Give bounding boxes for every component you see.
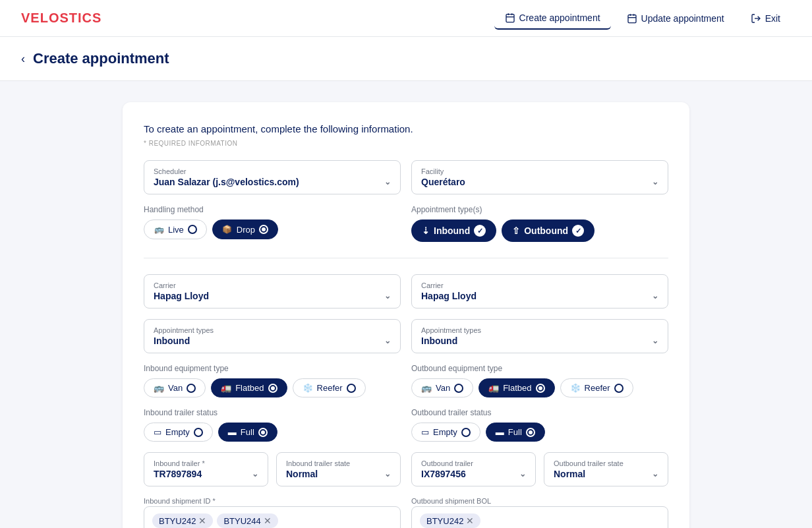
- page-title: Create appointment: [33, 50, 169, 67]
- live-radio: [188, 225, 197, 234]
- reefer-icon: ❄️: [303, 383, 313, 393]
- outbound-tag-1: BTYU242 ✕: [420, 513, 480, 528]
- inbound-trailer-value: TR7897894 ⌄: [154, 469, 258, 479]
- inbound-appt-types-label: Appointment types: [154, 326, 391, 334]
- reefer-icon: ❄️: [570, 383, 581, 393]
- divider-1: [144, 258, 668, 258]
- inbound-arrow-icon: ⇣: [422, 225, 430, 236]
- outbound-carrier-value: Hapag Lloyd ⌄: [421, 291, 658, 301]
- inbound-shipment-id-label: Inbound shipment ID *: [144, 497, 401, 505]
- outbound-trailer-field[interactable]: Outbound trailer IX7897456 ⌄: [411, 452, 536, 486]
- flatbed-icon: 🚛: [488, 383, 499, 393]
- outbound-carrier-field[interactable]: Carrier Hapag Lloyd ⌄: [411, 274, 668, 308]
- inbound-reefer-option[interactable]: ❄️ Reefer: [293, 378, 366, 397]
- inbound-flatbed-option[interactable]: 🚛 Flatbed: [211, 378, 287, 397]
- outbound-van-option[interactable]: 🚌 Van: [411, 378, 473, 397]
- live-option[interactable]: 🚌 Live: [144, 220, 207, 239]
- outbound-flatbed-option[interactable]: 🚛 Flatbed: [478, 378, 554, 397]
- inbound-appt-types-field[interactable]: Appointment types Inbound ⌄: [144, 319, 401, 353]
- exit-nav[interactable]: Exit: [740, 8, 791, 29]
- outbound-trailer-status-section: Outbound trailer status ▭ Empty ▬ Full: [411, 408, 668, 442]
- full-icon: ▬: [496, 427, 504, 437]
- van-icon: 🚌: [154, 383, 164, 393]
- inbound-carrier-chevron: ⌄: [384, 291, 391, 301]
- inbound-trailer-state-field[interactable]: Inbound trailer state Normal ⌄: [276, 452, 401, 486]
- scheduler-value: Juan Salazar (j.s@velostics.com) ⌄: [154, 177, 391, 187]
- back-button[interactable]: ‹: [21, 52, 25, 66]
- facility-value: Querétaro ⌄: [421, 177, 658, 187]
- outbound-empty-option[interactable]: ▭ Empty: [411, 423, 480, 442]
- outbound-shipment-bol-input[interactable]: BTYU242 ✕: [411, 506, 668, 528]
- outbound-check-icon: ✓: [572, 225, 584, 237]
- outbound-carrier-chevron: ⌄: [652, 291, 658, 301]
- inbound-tag-1: BTYU242 ✕: [152, 513, 213, 528]
- scheduler-label: Scheduler: [154, 167, 391, 175]
- outbound-trailer-row: Outbound trailer IX7897456 ⌄ Outbound tr…: [411, 452, 668, 486]
- outbound-full-radio: [526, 428, 535, 437]
- header: VELOSTICS Create appointment Update appo…: [0, 0, 812, 37]
- outbound-trailer-state-label: Outbound trailer state: [554, 459, 658, 467]
- inbound-shipment-id-section: Inbound shipment ID * BTYU242 ✕ BTYU244 …: [144, 497, 401, 528]
- inbound-trailer-state-chevron: ⌄: [384, 469, 391, 479]
- inbound-empty-radio: [194, 428, 203, 437]
- create-appointment-nav[interactable]: Create appointment: [494, 7, 611, 30]
- outbound-trailer-status-label: Outbound trailer status: [411, 408, 668, 417]
- inbound-tag-1-close[interactable]: ✕: [198, 515, 206, 526]
- inbound-trailer-row: Inbound trailer * TR7897894 ⌄ Inbound tr…: [144, 452, 401, 486]
- handling-method-options: 🚌 Live 📦 Drop: [144, 220, 401, 239]
- outbound-type-button[interactable]: ⇧ Outbound ✓: [502, 220, 594, 242]
- inbound-trailer-status-options: ▭ Empty ▬ Full: [144, 423, 401, 442]
- scheduler-chevron: ⌄: [384, 177, 391, 187]
- main-content: To create an appointment, complete the f…: [0, 81, 812, 528]
- inbound-tag-2-close[interactable]: ✕: [264, 515, 272, 526]
- inbound-appt-types-chevron: ⌄: [384, 336, 391, 345]
- drop-option[interactable]: 📦 Drop: [212, 220, 278, 239]
- scheduler-field[interactable]: Scheduler Juan Salazar (j.s@velostics.co…: [144, 160, 401, 194]
- inbound-shipment-id-input[interactable]: BTYU242 ✕ BTYU244 ✕: [144, 506, 401, 528]
- outbound-shipment-bol-section: Outbound shipment BOL BTYU242 ✕: [411, 497, 668, 528]
- inbound-trailer-field[interactable]: Inbound trailer * TR7897894 ⌄: [144, 452, 268, 486]
- outbound-flatbed-radio: [536, 384, 545, 393]
- outbound-reefer-option[interactable]: ❄️ Reefer: [560, 378, 633, 397]
- outbound-full-option[interactable]: ▬ Full: [486, 423, 545, 442]
- inbound-flatbed-radio: [268, 384, 277, 393]
- outbound-equipment-options: 🚌 Van 🚛 Flatbed ❄️ Reefer: [411, 378, 668, 397]
- outbound-trailer-state-value: Normal ⌄: [554, 469, 658, 479]
- outbound-equipment-label: Outbound equipment type: [411, 364, 668, 373]
- facility-label: Facility: [421, 167, 658, 175]
- inbound-empty-option[interactable]: ▭ Empty: [144, 423, 213, 442]
- inbound-carrier-field[interactable]: Carrier Hapag Lloyd ⌄: [144, 274, 401, 308]
- inbound-equipment-options: 🚌 Van 🚛 Flatbed ❄️ Reefer: [144, 378, 401, 397]
- inbound-check-icon: ✓: [474, 225, 486, 237]
- svg-rect-4: [628, 15, 636, 22]
- facility-field[interactable]: Facility Querétaro ⌄: [411, 160, 668, 194]
- inbound-appt-types-value: Inbound ⌄: [154, 336, 391, 346]
- outbound-trailer-chevron: ⌄: [519, 469, 526, 479]
- inbound-full-option[interactable]: ▬ Full: [218, 423, 277, 442]
- outbound-trailer-label: Outbound trailer: [421, 459, 526, 467]
- outbound-tag-1-close[interactable]: ✕: [466, 515, 474, 526]
- outbound-carrier-label: Carrier: [421, 281, 658, 289]
- van-icon: 🚌: [154, 224, 164, 235]
- facility-chevron: ⌄: [652, 177, 658, 187]
- outbound-shipment-bol-label: Outbound shipment BOL: [411, 497, 668, 505]
- inbound-trailer-chevron: ⌄: [252, 469, 258, 479]
- outbound-trailer-state-chevron: ⌄: [652, 469, 658, 479]
- exit-icon: [751, 13, 761, 24]
- outbound-appt-types-field[interactable]: Appointment types Inbound ⌄: [411, 319, 668, 353]
- outbound-appt-types-chevron: ⌄: [652, 336, 658, 345]
- inbound-equipment-section: Inbound equipment type 🚌 Van 🚛 Flatbed ❄…: [144, 364, 401, 397]
- outbound-van-radio: [454, 384, 463, 393]
- outbound-trailer-value: IX7897456 ⌄: [421, 469, 526, 479]
- inbound-van-option[interactable]: 🚌 Van: [144, 378, 206, 397]
- inbound-type-button[interactable]: ⇣ Inbound ✓: [411, 220, 496, 242]
- outbound-trailer-state-field[interactable]: Outbound trailer state Normal ⌄: [544, 452, 668, 486]
- update-appointment-nav[interactable]: Update appointment: [616, 8, 735, 29]
- inbound-trailer-status-section: Inbound trailer status ▭ Empty ▬ Full: [144, 408, 401, 442]
- appointment-types-section: Appointment type(s) ⇣ Inbound ✓ ⇧ Outbou…: [411, 205, 668, 242]
- calendar-icon: [505, 13, 515, 23]
- outbound-reefer-radio: [614, 384, 624, 393]
- flatbed-icon: 🚛: [221, 383, 231, 393]
- outbound-empty-radio: [461, 428, 471, 437]
- form-intro: To create an appointment, complete the f…: [144, 123, 668, 134]
